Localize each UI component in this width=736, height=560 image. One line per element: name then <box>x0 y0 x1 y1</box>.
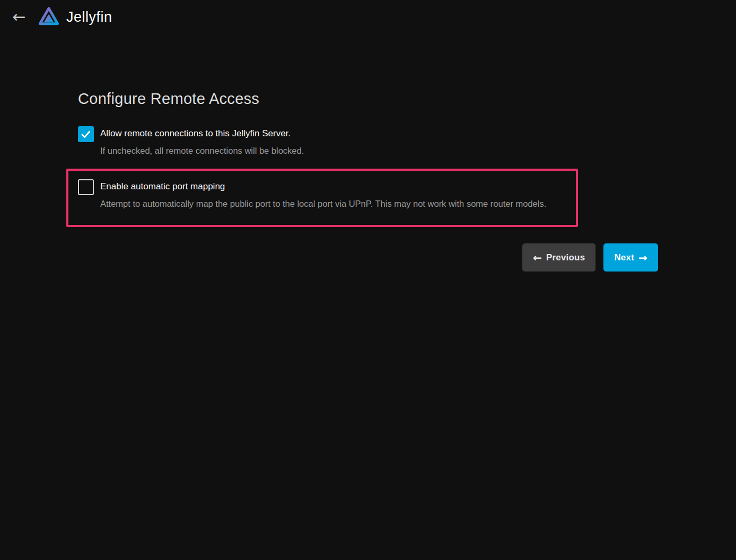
previous-button-label: Previous <box>546 252 585 263</box>
brand: Jellyfin <box>37 5 112 29</box>
enable-port-mapping-checkbox[interactable] <box>78 179 94 195</box>
option-allow-remote-connections: Allow remote connections to this Jellyfi… <box>78 126 658 156</box>
setup-wizard-page: ← Jellyfin Configure Remote Access <box>0 0 736 272</box>
enable-port-mapping-label[interactable]: Enable automatic port mapping <box>100 181 546 192</box>
next-button[interactable]: Next → <box>603 243 658 272</box>
previous-button[interactable]: ← Previous <box>522 243 595 272</box>
arrow-right-icon: → <box>638 252 647 263</box>
allow-remote-connections-text: Allow remote connections to this Jellyfi… <box>100 126 304 156</box>
page-title: Configure Remote Access <box>78 90 658 108</box>
allow-remote-connections-description: If unchecked, all remote connections wil… <box>100 145 304 156</box>
wizard-button-row: ← Previous Next → <box>78 243 658 272</box>
allow-remote-connections-label[interactable]: Allow remote connections to this Jellyfi… <box>100 128 304 139</box>
wizard-content: Configure Remote Access Allow remote con… <box>78 90 658 272</box>
app-header: ← Jellyfin <box>0 0 736 34</box>
allow-remote-connections-checkbox[interactable] <box>78 126 94 142</box>
checkmark-icon <box>80 128 92 140</box>
back-button[interactable]: ← <box>7 5 31 29</box>
option-enable-port-mapping: Enable automatic port mapping Attempt to… <box>78 179 658 209</box>
back-arrow-icon: ← <box>12 9 25 25</box>
next-button-label: Next <box>614 252 634 263</box>
jellyfin-logo-icon <box>37 5 60 29</box>
app-name: Jellyfin <box>66 9 112 25</box>
enable-port-mapping-text: Enable automatic port mapping Attempt to… <box>100 179 546 209</box>
arrow-left-icon: ← <box>533 252 542 263</box>
enable-port-mapping-description: Attempt to automatically map the public … <box>100 198 546 209</box>
